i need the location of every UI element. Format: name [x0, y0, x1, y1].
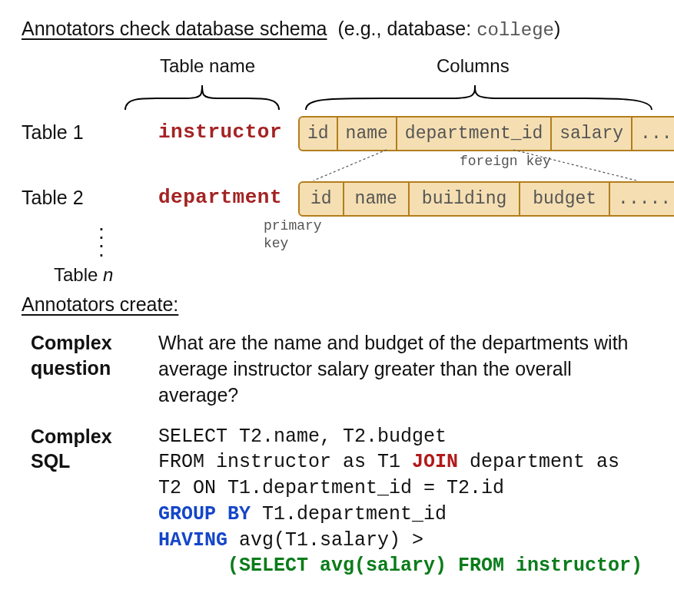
table2-label: Table 2	[22, 186, 137, 210]
sql-keyword: JOIN	[412, 451, 458, 473]
table2-name: department	[158, 185, 282, 210]
col: department_id	[397, 118, 552, 150]
schema-diagram: Table name Columns Table 1 instructor id…	[22, 55, 652, 285]
col: building	[410, 183, 520, 215]
col: ....	[632, 118, 674, 150]
table-n-text: Table n	[54, 264, 113, 285]
sql-block: Complex SQL SELECT T2.name, T2.budget FR…	[22, 424, 652, 580]
table1-columns: id name department_id salary ....	[298, 116, 674, 151]
sql-body: SELECT T2.name, T2.budget FROM instructo…	[158, 424, 649, 580]
table-n-label: Table n	[54, 263, 113, 286]
col: id	[300, 118, 338, 150]
question-text: What are the name and budget of the depa…	[158, 330, 649, 408]
sql-text: department as	[458, 451, 619, 473]
foreign-key-label: foreign key	[460, 153, 551, 171]
columns-label: Columns	[437, 55, 510, 78]
table-name-label: Table name	[160, 55, 255, 78]
question-block: Complex question What are the name and b…	[22, 330, 652, 408]
sql-keyword: (SELECT avg(salary) FROM instructor)	[227, 555, 642, 577]
col: name	[344, 183, 410, 215]
sql-text: T2 ON T1.department_id = T2.id	[158, 477, 504, 499]
sql-text: avg(T1.salary) >	[227, 529, 423, 551]
table2-columns: id name building budget .......	[298, 181, 674, 217]
table1-name: instructor	[158, 120, 282, 145]
sql-text	[158, 555, 227, 577]
header-example: (e.g., database: college)	[337, 17, 560, 42]
eg-db: college	[476, 20, 554, 41]
vertical-dots-icon: ····	[98, 224, 105, 258]
table-row-2: Table 2 department	[22, 185, 282, 210]
question-label: Complex question	[31, 330, 146, 380]
create-title: Annotators create:	[22, 293, 652, 316]
sql-text: SELECT T2.name, T2.budget	[158, 426, 447, 448]
table-row-1: Table 1 instructor	[22, 120, 282, 145]
sql-keyword: GROUP BY	[158, 503, 251, 525]
brace-overlay	[22, 55, 652, 285]
col: name	[338, 118, 397, 150]
col: salary	[552, 118, 632, 150]
col: .......	[610, 183, 674, 215]
primary-key-label: primary key	[264, 217, 322, 252]
table1-label: Table 1	[22, 121, 137, 144]
sql-keyword: HAVING	[158, 529, 227, 551]
col: id	[300, 183, 344, 215]
eg-suffix: )	[554, 18, 560, 39]
eg-prefix: (e.g., database:	[337, 18, 476, 39]
sql-text: FROM instructor as T1	[158, 451, 412, 473]
header-title: Annotators check database schema	[22, 17, 327, 41]
header-line: Annotators check database schema (e.g., …	[22, 17, 652, 42]
col: budget	[520, 183, 610, 215]
sql-text: T1.department_id	[251, 503, 447, 525]
sql-label: Complex SQL	[31, 424, 146, 474]
